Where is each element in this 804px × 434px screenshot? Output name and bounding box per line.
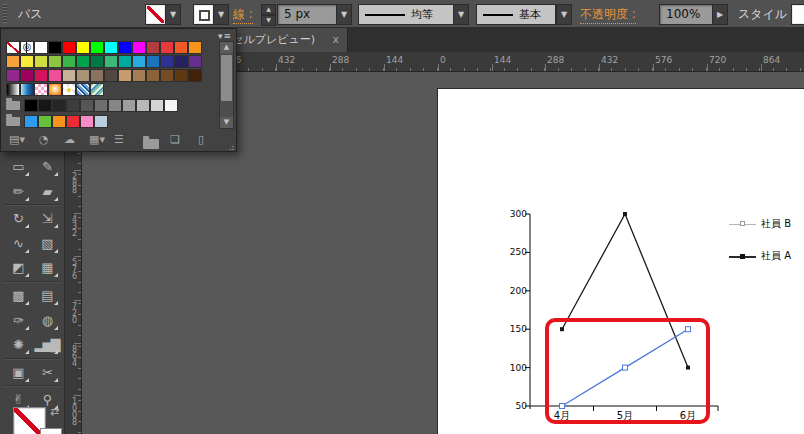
stepper-up-icon[interactable]: ▲	[261, 4, 276, 15]
swatch[interactable]	[24, 99, 38, 112]
swatch[interactable]	[90, 41, 104, 54]
swatch-libraries-icon[interactable]: ▤▾	[9, 132, 25, 148]
swatch[interactable]	[146, 41, 160, 54]
swatch[interactable]	[38, 115, 52, 128]
swatch-options-icon[interactable]: ☰	[114, 132, 124, 148]
new-swatch-icon[interactable]: ❏	[170, 132, 180, 148]
brush-definition-combo[interactable]: 基本	[476, 4, 556, 25]
panel-grip-icon[interactable]	[3, 4, 7, 23]
swatch[interactable]	[160, 69, 174, 82]
delete-swatch-icon[interactable]: ▯	[198, 132, 204, 148]
slice-tool[interactable]: ✂	[33, 361, 60, 384]
swatch[interactable]	[94, 99, 108, 112]
swatch[interactable]	[118, 41, 132, 54]
swatch[interactable]	[80, 99, 94, 112]
free-transform-tool[interactable]: ▧	[33, 232, 60, 255]
scroll-up-icon[interactable]: ▲	[220, 42, 233, 53]
swatch[interactable]	[174, 69, 188, 82]
swatch[interactable]	[34, 55, 48, 68]
swatch[interactable]	[188, 55, 202, 68]
swatch[interactable]	[174, 41, 188, 54]
swatch-view-icon[interactable]: ▦▾	[89, 132, 105, 148]
scrollbar-thumb[interactable]	[221, 55, 232, 101]
width-tool[interactable]: ∿	[4, 232, 31, 255]
swatch-kinds-icon[interactable]: ◔	[39, 132, 49, 148]
swatch[interactable]	[80, 115, 94, 128]
swatch[interactable]	[6, 55, 20, 68]
data-point[interactable]	[623, 212, 627, 216]
stroke-width-dropdown-button[interactable]: ▼	[336, 4, 352, 25]
scale-tool[interactable]: ⇲	[33, 207, 60, 230]
swatch[interactable]	[66, 99, 80, 112]
fill-color-swatch[interactable]	[145, 4, 166, 25]
swatch[interactable]	[34, 41, 48, 54]
swatch[interactable]	[34, 69, 48, 82]
swatch[interactable]	[6, 83, 20, 96]
artboard-tool[interactable]: ▣	[4, 361, 31, 384]
swatch[interactable]	[104, 41, 118, 54]
fill-dropdown-button[interactable]: ▼	[165, 4, 181, 25]
swatch[interactable]	[188, 41, 202, 54]
eraser-tool[interactable]: ▰	[33, 180, 60, 203]
style-swatch[interactable]	[791, 4, 804, 25]
swatch[interactable]	[118, 55, 132, 68]
perspective-grid-tool[interactable]: ▦	[33, 256, 60, 279]
eyedropper-tool[interactable]: ✑	[4, 309, 31, 332]
swatch[interactable]	[150, 99, 164, 112]
panel-flyout-menu-icon[interactable]: ▾≡	[218, 31, 232, 41]
swatch-none[interactable]	[6, 41, 20, 54]
swatch[interactable]	[66, 115, 80, 128]
swatch[interactable]	[76, 69, 90, 82]
gradient-tool[interactable]: ▤	[33, 284, 60, 307]
symbol-sprayer-tool[interactable]: ✺	[4, 333, 31, 356]
paintbrush-tool[interactable]: ✎	[33, 155, 60, 178]
swatch[interactable]	[146, 69, 160, 82]
swatch[interactable]	[94, 115, 108, 128]
swatch[interactable]	[146, 55, 160, 68]
swatch[interactable]	[174, 55, 188, 68]
rotate-tool[interactable]: ↻	[4, 207, 31, 230]
opacity-slider-button[interactable]: ▶	[712, 4, 728, 25]
swatch[interactable]	[20, 69, 34, 82]
swatch[interactable]	[62, 41, 76, 54]
swatch-registration[interactable]	[20, 41, 34, 54]
swatch[interactable]	[62, 83, 76, 96]
swatch[interactable]	[20, 55, 34, 68]
swatch[interactable]	[6, 69, 20, 82]
highlight-rectangle[interactable]	[545, 318, 710, 424]
swatch[interactable]	[104, 55, 118, 68]
swap-fill-stroke-icon[interactable]: ⇄	[50, 405, 59, 418]
swatch[interactable]	[90, 69, 104, 82]
swatch[interactable]	[24, 115, 38, 128]
cloud-sync-icon[interactable]: ☁	[64, 132, 75, 148]
swatch[interactable]	[164, 99, 178, 112]
rectangle-tool[interactable]: ▭	[4, 155, 31, 178]
stroke-width-field[interactable]: 5 px	[277, 4, 337, 25]
swatch[interactable]	[160, 41, 174, 54]
swatch[interactable]	[76, 41, 90, 54]
shape-builder-tool[interactable]: ◩	[4, 256, 31, 279]
swatch[interactable]	[76, 83, 90, 96]
swatch[interactable]	[160, 55, 174, 68]
swatch[interactable]	[76, 55, 90, 68]
stroke-panel-link[interactable]: 線 :	[233, 6, 253, 24]
swatch[interactable]	[48, 69, 62, 82]
blend-tool[interactable]: ◍	[33, 309, 60, 332]
stroke-indicator[interactable]	[40, 428, 62, 434]
mesh-tool[interactable]: ▩	[4, 284, 31, 307]
width-profile-combo[interactable]: 均等	[358, 4, 454, 25]
tab-close-icon[interactable]: x	[332, 28, 339, 52]
brush-dropdown-button[interactable]: ▼	[556, 4, 572, 25]
swatch[interactable]	[48, 83, 62, 96]
swatch[interactable]	[38, 99, 52, 112]
swatch[interactable]	[188, 69, 202, 82]
profile-dropdown-button[interactable]: ▼	[453, 4, 469, 25]
swatch[interactable]	[48, 41, 62, 54]
stroke-color-swatch[interactable]	[193, 4, 214, 25]
swatch[interactable]	[136, 99, 150, 112]
panel-resize-grip[interactable]: ⣠	[228, 140, 235, 150]
swatch[interactable]	[90, 55, 104, 68]
swatch[interactable]	[122, 99, 136, 112]
swatch[interactable]	[132, 69, 146, 82]
color-group-folder-icon[interactable]	[6, 117, 20, 126]
